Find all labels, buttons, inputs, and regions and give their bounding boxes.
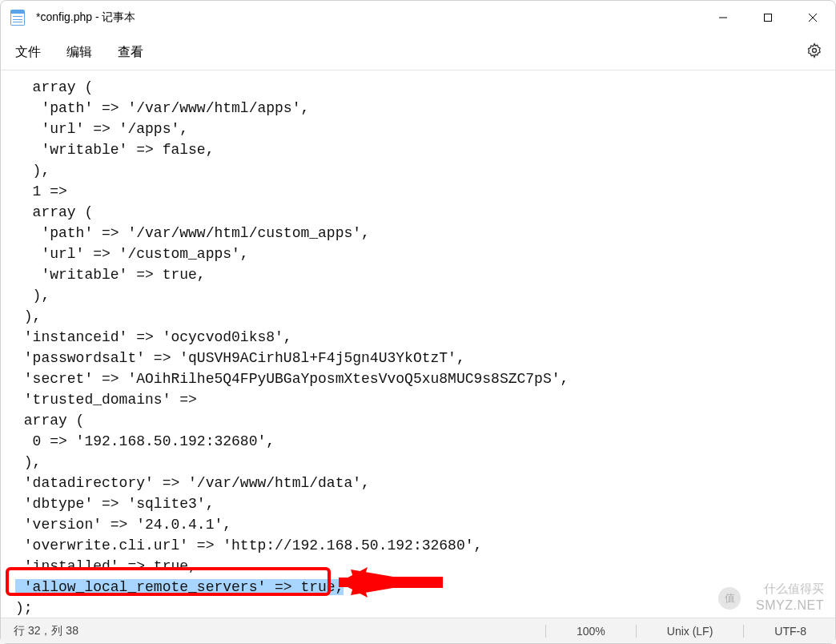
menubar: 文件 编辑 查看 bbox=[1, 34, 835, 70]
code-line: 'url' => '/apps', bbox=[15, 121, 188, 137]
code-line: 'writable' => true, bbox=[15, 267, 206, 283]
svg-point-4 bbox=[813, 49, 817, 53]
code-line: array ( bbox=[15, 79, 93, 95]
menu-edit[interactable]: 编辑 bbox=[65, 41, 94, 64]
code-line: 1 => bbox=[15, 183, 67, 199]
highlighted-code-line: 'allow_local_remote_servers' => true, bbox=[15, 579, 344, 595]
menu-view[interactable]: 查看 bbox=[116, 41, 145, 64]
code-line: ); bbox=[15, 600, 33, 616]
code-line: 'datadirectory' => '/var/www/html/data', bbox=[15, 475, 370, 491]
code-line: 'instanceid' => 'ocycvod0iks8', bbox=[15, 329, 292, 345]
notepad-window: *config.php - 记事本 文件 编辑 查看 array ( 'path… bbox=[0, 0, 836, 644]
code-line: array ( bbox=[15, 204, 93, 220]
code-line: 'installed' => true, bbox=[15, 558, 197, 574]
code-line: 'overwrite.cli.url' => 'http://192.168.5… bbox=[15, 537, 482, 553]
watermark-icon: 值 bbox=[718, 587, 741, 610]
close-button[interactable] bbox=[790, 1, 835, 34]
window-controls bbox=[701, 1, 835, 34]
code-line: 'secret' => 'AOihRilhe5Q4FPyUBGaYposmXte… bbox=[15, 371, 569, 387]
code-line: 'dbtype' => 'sqlite3', bbox=[15, 496, 214, 512]
code-line: array ( bbox=[15, 413, 84, 429]
settings-button[interactable] bbox=[806, 42, 822, 62]
code-line: 'url' => '/custom_apps', bbox=[15, 246, 249, 262]
code-line: ), bbox=[15, 163, 50, 179]
zoom-level: 100% bbox=[561, 625, 621, 638]
encoding: UTF-8 bbox=[758, 625, 822, 638]
watermark-cn: 什么值得买 bbox=[764, 582, 824, 597]
code-line: ), bbox=[15, 308, 41, 324]
window-title: *config.php - 记事本 bbox=[36, 10, 136, 25]
titlebar: *config.php - 记事本 bbox=[1, 1, 835, 34]
code-line: ), bbox=[15, 288, 50, 304]
code-line: 'passwordsalt' => 'qUSVH9ACirhU8l+F4j5gn… bbox=[15, 350, 465, 366]
code-line: 'path' => '/var/www/html/custom_apps', bbox=[15, 225, 370, 241]
code-line: 'writable' => false, bbox=[15, 142, 214, 158]
svg-rect-1 bbox=[765, 14, 772, 22]
code-line: 0 => '192.168.50.192:32680', bbox=[15, 433, 275, 449]
code-line: 'trusted_domains' => bbox=[15, 392, 197, 408]
text-editor[interactable]: array ( 'path' => '/var/www/html/apps', … bbox=[1, 70, 835, 618]
watermark-en: SMYZ.NET bbox=[756, 598, 824, 613]
code-line: 'version' => '24.0.4.1', bbox=[15, 517, 231, 533]
code-line: ), bbox=[15, 454, 41, 470]
minimize-button[interactable] bbox=[701, 1, 746, 34]
notepad-icon bbox=[10, 10, 25, 26]
code-line: 'path' => '/var/www/html/apps', bbox=[15, 100, 309, 116]
cursor-position: 行 32，列 38 bbox=[14, 624, 78, 638]
statusbar: 行 32，列 38 100% Unix (LF) UTF-8 bbox=[1, 618, 835, 643]
line-ending-mode: Unix (LF) bbox=[651, 625, 729, 638]
menu-file[interactable]: 文件 bbox=[14, 41, 42, 64]
maximize-button[interactable] bbox=[746, 1, 790, 34]
